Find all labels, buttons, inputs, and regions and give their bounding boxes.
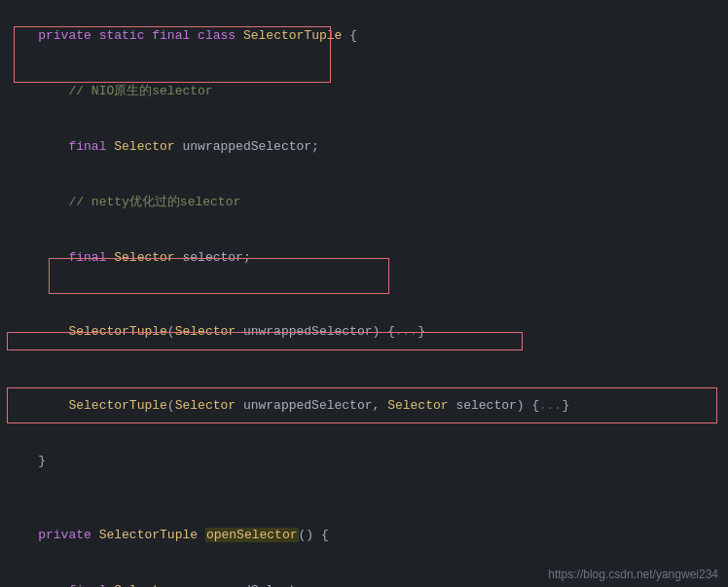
- code-line: final Selector unwrappedSelector;: [8, 119, 728, 174]
- code-line: final Selector selector;: [8, 230, 728, 285]
- code-line: private SelectorTuple openSelector() {: [8, 507, 728, 563]
- code-line: [8, 285, 728, 304]
- code-line: }: [8, 433, 728, 489]
- code-line: [8, 359, 728, 378]
- code-line: SelectorTuple(Selector unwrappedSelector…: [8, 378, 728, 433]
- code-line: // netty优化过的selector: [8, 174, 728, 230]
- code-line: SelectorTuple(Selector unwrappedSelector…: [8, 304, 728, 359]
- code-line: private static final class SelectorTuple…: [8, 8, 728, 63]
- code-line: [8, 489, 728, 507]
- code-container: private static final class SelectorTuple…: [0, 0, 728, 587]
- code-line: // NIO原生的selector: [8, 63, 728, 119]
- footer-url: https://blog.csdn.net/yangwei234: [548, 568, 718, 581]
